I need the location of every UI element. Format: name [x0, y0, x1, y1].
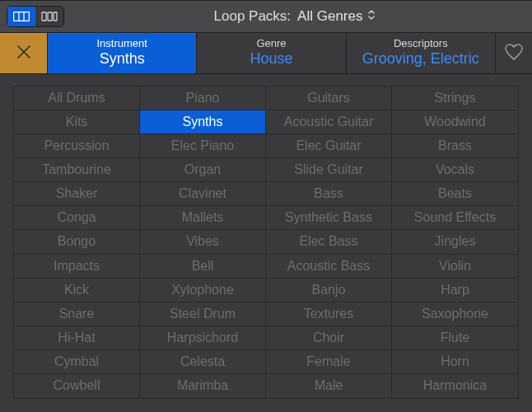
instrument-cell[interactable]: Male: [266, 374, 392, 398]
instrument-cell[interactable]: Piano: [140, 87, 266, 110]
instrument-cell[interactable]: Snare: [14, 302, 140, 326]
instrument-cell[interactable]: Flute: [392, 326, 518, 350]
svg-rect-3: [42, 12, 46, 21]
grid-icon: [13, 12, 30, 21]
instrument-cell[interactable]: Tambourine: [14, 158, 140, 182]
instrument-cell[interactable]: Brass: [392, 134, 518, 158]
instrument-cell[interactable]: Conga: [14, 206, 140, 230]
instrument-cell[interactable]: Organ: [140, 158, 266, 182]
instrument-cell[interactable]: Acoustic Bass: [266, 255, 392, 279]
instrument-cell[interactable]: Xylophone: [140, 279, 266, 302]
filter-tab-descriptors[interactable]: Descriptors Grooving, Electric: [347, 33, 496, 73]
filter-tab-genre[interactable]: Genre House: [197, 33, 346, 73]
column-view-button[interactable]: [35, 7, 63, 26]
svg-rect-4: [48, 12, 52, 21]
instrument-cell[interactable]: Saxophone: [392, 302, 518, 326]
instrument-cell[interactable]: All Drums: [14, 87, 140, 110]
svg-rect-0: [14, 12, 30, 21]
instrument-cell[interactable]: Beats: [392, 182, 518, 206]
instrument-cell[interactable]: Slide Guitar: [266, 158, 392, 182]
instrument-cell[interactable]: Mallets: [140, 206, 266, 230]
instrument-cell[interactable]: Marimba: [140, 374, 266, 398]
view-toggle: [7, 6, 64, 27]
instrument-cell[interactable]: Cymbal: [14, 350, 140, 374]
instrument-cell[interactable]: Banjo: [266, 279, 392, 302]
filter-category-label: Genre: [256, 38, 286, 49]
filter-value-label: Synths: [100, 49, 145, 68]
instrument-cell[interactable]: Elec Guitar: [266, 134, 392, 158]
loop-packs-value: All Genres: [297, 8, 362, 25]
heart-icon: [504, 43, 524, 64]
instrument-cell[interactable]: Jingles: [392, 230, 518, 254]
instrument-cell[interactable]: Horn: [392, 350, 518, 374]
instrument-cell[interactable]: Kits: [14, 110, 140, 134]
instrument-grid: All DrumsPianoGuitarsStringsKitsSynthsAc…: [13, 86, 519, 399]
instrument-cell[interactable]: Synths: [140, 110, 266, 134]
instrument-cell[interactable]: Steel Drum: [140, 302, 266, 326]
top-bar: Loop Packs: All Genres: [0, 0, 532, 33]
grid-view-button[interactable]: [7, 7, 35, 26]
instrument-cell[interactable]: Bongo: [14, 230, 140, 254]
loop-packs-label: Loop Packs:: [214, 8, 292, 25]
instrument-cell[interactable]: Impacts: [14, 255, 140, 279]
instrument-cell[interactable]: Violin: [392, 255, 518, 279]
instrument-cell[interactable]: Bell: [140, 255, 266, 279]
columns-icon: [41, 12, 58, 21]
instrument-cell[interactable]: Cowbell: [14, 374, 140, 398]
filter-category-label: Descriptors: [394, 38, 448, 49]
instrument-cell[interactable]: Celesta: [140, 350, 266, 374]
instrument-cell[interactable]: Vibes: [140, 230, 266, 254]
instrument-cell[interactable]: Woodwind: [392, 110, 518, 134]
instrument-cell[interactable]: Elec Piano: [140, 134, 266, 158]
instrument-grid-wrap: All DrumsPianoGuitarsStringsKitsSynthsAc…: [0, 74, 532, 412]
instrument-cell[interactable]: Clavinet: [140, 182, 266, 206]
updown-icon: [367, 8, 376, 25]
instrument-cell[interactable]: Percussion: [14, 134, 140, 158]
filter-tab-instrument[interactable]: Instrument Synths: [48, 33, 197, 73]
instrument-cell[interactable]: Hi-Hat: [14, 326, 140, 350]
filter-row: Instrument Synths Genre House Descriptor…: [0, 33, 532, 74]
instrument-cell[interactable]: Guitars: [266, 87, 392, 110]
filter-category-label: Instrument: [96, 38, 147, 49]
instrument-cell[interactable]: Harpsichord: [140, 326, 266, 350]
favorites-button[interactable]: [496, 33, 532, 73]
close-filters-button[interactable]: [0, 33, 48, 73]
close-icon: [15, 43, 33, 64]
instrument-cell[interactable]: Choir: [266, 326, 392, 350]
instrument-cell[interactable]: Acoustic Guitar: [266, 110, 392, 134]
svg-rect-5: [54, 12, 57, 21]
instrument-cell[interactable]: Textures: [266, 302, 392, 326]
instrument-cell[interactable]: Elec Bass: [266, 230, 392, 254]
instrument-cell[interactable]: Shaker: [14, 182, 140, 206]
instrument-cell[interactable]: Bass: [266, 182, 392, 206]
loop-packs-selector[interactable]: Loop Packs: All Genres: [214, 8, 376, 25]
instrument-cell[interactable]: Kick: [14, 279, 140, 302]
instrument-cell[interactable]: Synthetic Bass: [266, 206, 392, 230]
instrument-cell[interactable]: Strings: [392, 87, 518, 110]
filter-value-label: Grooving, Electric: [362, 49, 479, 68]
instrument-cell[interactable]: Harp: [392, 279, 518, 302]
instrument-cell[interactable]: Sound Effects: [392, 206, 518, 230]
instrument-cell[interactable]: Vocals: [392, 158, 518, 182]
instrument-cell[interactable]: Harmonica: [392, 374, 518, 398]
filter-value-label: House: [250, 49, 292, 68]
instrument-cell[interactable]: Female: [266, 350, 392, 374]
